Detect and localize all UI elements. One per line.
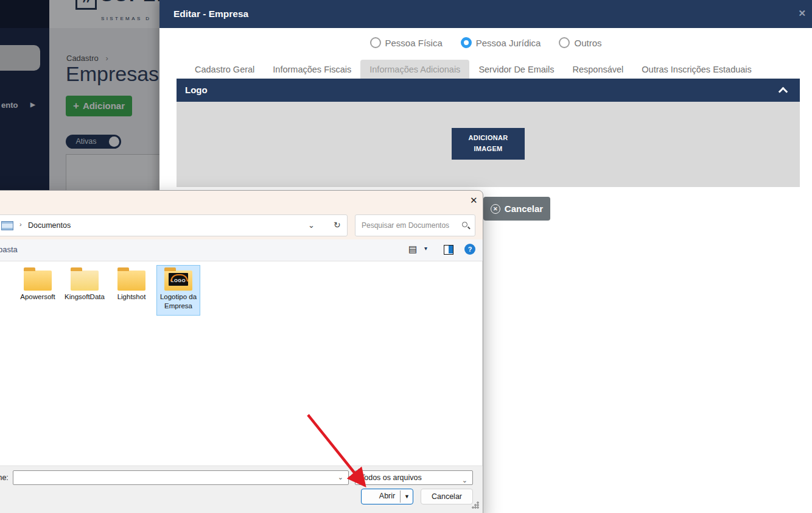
- modal-cancel-button[interactable]: ✕ Cancelar: [483, 197, 550, 221]
- filetype-dropdown-icon: ⌄: [462, 473, 467, 487]
- address-bar[interactable]: › Documentos ⌄ ↻: [0, 214, 348, 236]
- radio-circle-icon: [461, 37, 472, 48]
- filename-input[interactable]: [17, 471, 327, 484]
- folder-name: KingsoftData: [63, 292, 106, 302]
- logo-panel-body: ADICIONAR IMAGEM: [177, 102, 800, 187]
- folder-icon: [71, 271, 99, 291]
- search-box[interactable]: [355, 214, 475, 236]
- address-location[interactable]: Documentos: [28, 221, 71, 230]
- new-folder-button[interactable]: Nova pasta: [0, 245, 18, 254]
- address-row: › Documentos ⌄ ↻: [0, 211, 483, 239]
- tab-cadastro-geral[interactable]: Cadastro Geral: [186, 60, 264, 79]
- radio-pessoa-fisica[interactable]: Pessoa Física: [370, 37, 443, 48]
- help-icon[interactable]: ?: [464, 244, 475, 255]
- open-button[interactable]: Abrir ▼: [361, 489, 413, 504]
- modal-close-icon[interactable]: ✕: [798, 8, 806, 19]
- folder-item-logotipo-selected[interactable]: LOGO Logotipo da Empresa: [156, 265, 200, 316]
- filename-combo[interactable]: ⌄: [13, 470, 349, 485]
- tab-informacoes-fiscais[interactable]: Informações Fiscais: [264, 60, 360, 79]
- address-dropdown-icon[interactable]: ⌄: [308, 221, 315, 230]
- radio-circle-icon: [559, 37, 570, 48]
- dialog-toolbar: Nova pasta ▤ ▾ ?: [0, 239, 483, 261]
- modal-title: Editar - Empresa: [173, 9, 248, 19]
- dialog-close-icon[interactable]: ✕: [470, 195, 478, 206]
- dialog-footer: Nome: ⌄ Todos os arquivos ⌄ Abrir ▼ Canc…: [0, 465, 483, 513]
- dialog-cancel-button[interactable]: Cancelar: [421, 489, 473, 504]
- folder-icon: LOGO: [164, 271, 192, 291]
- chevron-up-icon[interactable]: [779, 87, 788, 97]
- dialog-titlebar[interactable]: ✕: [0, 191, 483, 211]
- open-button-label: Abrir: [379, 492, 395, 500]
- filename-label: Nome:: [0, 473, 9, 482]
- filename-dropdown-icon[interactable]: ⌄: [338, 473, 343, 481]
- tab-servidor-de-emails[interactable]: Servidor De Emails: [469, 60, 563, 79]
- modal-tabs: Cadastro Geral Informações Fiscais Infor…: [186, 60, 761, 79]
- tab-outras-inscricoes[interactable]: Outras Inscrições Estaduais: [632, 60, 761, 79]
- documents-folder-icon: [1, 221, 13, 230]
- resize-grip[interactable]: [472, 501, 479, 509]
- add-image-button[interactable]: ADICIONAR IMAGEM: [452, 128, 525, 160]
- logo-panel: Logo ADICIONAR IMAGEM: [177, 79, 800, 187]
- folder-name: Lightshot: [110, 292, 153, 302]
- open-caret-icon: ▼: [404, 489, 410, 504]
- cancel-x-circle-icon: ✕: [491, 204, 500, 214]
- logo-thumbnail: LOGO: [169, 273, 188, 286]
- views-caret-icon[interactable]: ▾: [424, 245, 427, 252]
- radio-label: Pessoa Jurídica: [476, 38, 541, 48]
- tab-informacoes-adicionais[interactable]: Informações Adicionais: [360, 60, 469, 79]
- screen: ❞ SUPER SISTEMAS D ento ▶ Cadastro › Emp…: [0, 0, 812, 513]
- file-open-dialog: ✕ › Documentos ⌄ ↻ Nova pasta ▤ ▾ ?: [0, 190, 483, 513]
- split-divider: [400, 490, 401, 503]
- folder-item-lightshot[interactable]: Lightshot: [110, 265, 153, 316]
- modal-header: Editar - Empresa ✕: [159, 0, 812, 28]
- cancel-button-label: Cancelar: [505, 203, 543, 214]
- folder-item-kingsoftdata[interactable]: KingsoftData: [63, 265, 107, 316]
- views-icon[interactable]: ▤: [408, 244, 417, 255]
- preview-pane-icon[interactable]: [444, 245, 453, 255]
- radio-circle-icon: [370, 37, 381, 48]
- tab-responsavel[interactable]: Responsável: [563, 60, 632, 79]
- radio-label: Outros: [574, 38, 601, 48]
- panel-title: Logo: [185, 85, 208, 95]
- folder-icon: [24, 271, 52, 291]
- folder-icon: [117, 271, 145, 291]
- person-type-radio-group: Pessoa Física Pessoa Jurídica Outros: [159, 37, 812, 48]
- radio-pessoa-juridica[interactable]: Pessoa Jurídica: [461, 37, 541, 48]
- radio-label: Pessoa Física: [385, 38, 443, 48]
- logo-panel-header[interactable]: Logo: [177, 79, 800, 102]
- filetype-select[interactable]: Todos os arquivos ⌄: [355, 470, 473, 485]
- folder-name: Apowersoft: [16, 292, 59, 302]
- breadcrumb-chevron-icon: ›: [19, 221, 22, 228]
- folder-item-apowersoft[interactable]: Apowersoft: [16, 265, 60, 316]
- filetype-value: Todos os arquivos: [360, 473, 422, 482]
- search-input[interactable]: [362, 215, 453, 236]
- search-icon: [462, 222, 467, 227]
- folder-name: Logotipo da Empresa: [157, 292, 200, 311]
- refresh-icon[interactable]: ↻: [334, 220, 341, 230]
- folder-list: Apowersoft KingsoftData Lightshot LOGO L…: [0, 261, 483, 465]
- radio-outros[interactable]: Outros: [559, 37, 601, 48]
